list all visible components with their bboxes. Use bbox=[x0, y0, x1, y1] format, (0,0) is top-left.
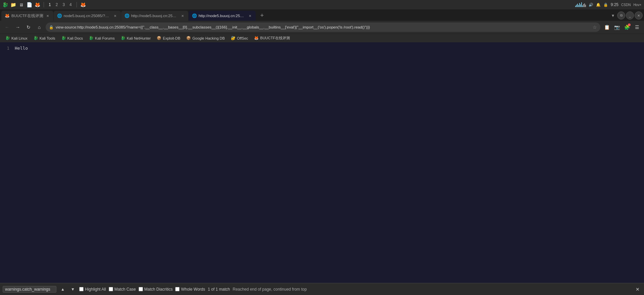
match-diacritics-checkbox[interactable] bbox=[139, 287, 143, 291]
find-status: 1 of 1 match bbox=[208, 287, 230, 292]
bookmark-label-offsec: OffSec bbox=[237, 36, 248, 40]
whole-words-label[interactable]: Whole Words bbox=[175, 287, 205, 292]
lock-icon[interactable]: 🔒 bbox=[603, 3, 608, 7]
tab-buuctf[interactable]: 🦊 BUUCTF在线评测 ✕ bbox=[1, 11, 53, 21]
kali-dragon-icon[interactable]: 🐉 bbox=[2, 2, 8, 8]
time-display: 9:25 bbox=[611, 2, 618, 7]
browser-chrome: 🦊 BUUCTF在线评测 ✕ 🌐 node5.buuoj.cn:25085/?n… bbox=[0, 9, 644, 42]
find-close-button[interactable]: ✕ bbox=[634, 286, 641, 293]
bookmark-star-icon[interactable]: ☆ bbox=[593, 24, 597, 30]
match-diacritics-text: Match Diacritics bbox=[144, 287, 173, 292]
screenshot-icon[interactable]: 📷 bbox=[612, 23, 621, 32]
match-case-label[interactable]: Match Case bbox=[109, 287, 136, 292]
workspace-3[interactable]: 3 bbox=[61, 2, 66, 7]
text-editor-icon[interactable]: 📄 bbox=[26, 2, 32, 8]
bookmark-label-buuctf: BUUCTF在线评测 bbox=[260, 36, 290, 41]
toolbar-icons: 📋 📷 🧩 ☰ bbox=[602, 23, 641, 32]
tab-close-1[interactable]: ✕ bbox=[45, 13, 50, 18]
bookmark-buuctf[interactable]: 🦊 BUUCTF在线评测 bbox=[251, 35, 293, 41]
bookmark-kali-forums[interactable]: 🐉 Kali Forums bbox=[86, 35, 117, 41]
bookmarks-bar: 🐉 Kali Linux 🐉 Kali Tools 🐉 Kali Docs 🐉 … bbox=[0, 34, 644, 42]
home-button[interactable]: ⌂ bbox=[35, 23, 44, 32]
tab-title-4: http://node5.buuoj.cn:25085 bbox=[199, 14, 246, 18]
files-icon[interactable]: 📁 bbox=[10, 2, 16, 8]
tab-title-3: http://node5.buuoj.cn:25085 bbox=[131, 14, 178, 18]
new-tab-button[interactable]: + bbox=[257, 11, 267, 20]
volume-icon[interactable]: 🔊 bbox=[589, 3, 593, 7]
workspace-4[interactable]: 4 bbox=[68, 2, 73, 7]
workspace-2[interactable]: 2 bbox=[54, 2, 59, 7]
os-taskbar: 🐉 📁 🖥 📄 🦊 1 2 3 4 🦊 🔊 🔔 🔒 9:25 bbox=[0, 0, 644, 9]
bookmark-favicon-kali: 🐉 bbox=[5, 36, 10, 40]
highlight-all-text: Highlight All bbox=[85, 287, 106, 292]
workspace-1[interactable]: 1 bbox=[47, 2, 52, 7]
page-content: 1 Hello bbox=[0, 42, 644, 283]
notification-icon[interactable]: 🔔 bbox=[596, 3, 601, 7]
tab-close-4[interactable]: ✕ bbox=[248, 13, 252, 18]
bookmark-offsec[interactable]: 🔐 OffSec bbox=[228, 35, 251, 41]
find-next-button[interactable]: ▼ bbox=[69, 286, 77, 293]
back-button[interactable]: ← bbox=[3, 23, 11, 32]
bookmark-label-exploit-db: Exploit-DB bbox=[163, 36, 180, 40]
tab-favicon-4: 🌐 bbox=[192, 13, 197, 18]
terminal-icon[interactable]: 🖥 bbox=[18, 2, 24, 8]
bookmark-kali-nethunter[interactable]: 🐉 Kali NetHunter bbox=[118, 35, 154, 41]
reload-button[interactable]: ↻ bbox=[24, 23, 33, 32]
close-window-button[interactable]: ✕ bbox=[635, 11, 643, 19]
highlight-all-checkbox[interactable] bbox=[79, 287, 84, 291]
forward-button[interactable]: → bbox=[13, 23, 22, 32]
extensions-badge bbox=[628, 23, 631, 26]
bookmark-favicon-tools: 🐉 bbox=[34, 36, 38, 40]
network-chart bbox=[575, 2, 586, 7]
match-diacritics-label[interactable]: Match Diacritics bbox=[139, 287, 173, 292]
menu-button[interactable]: ☰ bbox=[633, 23, 641, 32]
bookmark-google-hacking-db[interactable]: 📦 Google Hacking DB bbox=[184, 35, 228, 41]
line-content-1: Hello bbox=[15, 45, 28, 52]
window-controls: ⧉ _ ✕ bbox=[617, 11, 643, 19]
find-prev-button[interactable]: ▲ bbox=[59, 286, 66, 293]
bookmark-label-google-hacking-db: Google Hacking DB bbox=[192, 36, 225, 40]
tab-close-3[interactable]: ✕ bbox=[180, 13, 185, 18]
restore-down-button[interactable]: ⧉ bbox=[617, 11, 625, 19]
extensions-icon[interactable]: 🧩 bbox=[623, 23, 631, 32]
bookmark-favicon-offsec: 🔐 bbox=[231, 36, 236, 40]
match-case-checkbox[interactable] bbox=[109, 287, 113, 291]
whole-words-text: Whole Words bbox=[181, 287, 205, 292]
address-lock-icon: 🔒 bbox=[49, 25, 54, 30]
how-label: Hov× bbox=[633, 3, 641, 7]
firefox-taskbar-icon[interactable]: 🦊 bbox=[34, 2, 40, 8]
find-bar: ▲ ▼ Highlight All Match Case Match Diacr… bbox=[0, 283, 644, 295]
bookmark-favicon-docs: 🐉 bbox=[61, 36, 66, 40]
bookmark-label-kali-linux: Kali Linux bbox=[11, 36, 28, 40]
address-bar-row: ← → ↻ ⌂ 🔒 view-source:http://node5.buuoj… bbox=[0, 21, 644, 34]
highlight-all-label[interactable]: Highlight All bbox=[79, 287, 106, 292]
taskbar-left: 🐉 📁 🖥 📄 🦊 1 2 3 4 🦊 bbox=[2, 2, 86, 8]
bookmark-label-kali-forums: Kali Forums bbox=[95, 36, 115, 40]
bookmark-kali-docs[interactable]: 🐉 Kali Docs bbox=[59, 35, 86, 41]
find-input[interactable] bbox=[3, 286, 56, 293]
tab-node5-2[interactable]: 🌐 http://node5.buuoj.cn:25085 ✕ bbox=[121, 11, 188, 21]
bookmark-favicon-forums: 🐉 bbox=[89, 36, 94, 40]
firefox-taskbar-btn[interactable]: 🦊 bbox=[80, 2, 86, 8]
tab-node5-active[interactable]: 🌐 http://node5.buuoj.cn:25085 ✕ bbox=[189, 11, 256, 21]
tab-close-2[interactable]: ✕ bbox=[113, 13, 117, 18]
whole-words-checkbox[interactable] bbox=[175, 287, 180, 291]
tab-favicon-3: 🌐 bbox=[125, 13, 129, 18]
bookmark-favicon-buuctf: 🦊 bbox=[254, 36, 259, 40]
address-bar[interactable]: 🔒 view-source:http://node5.buuoj.cn:2508… bbox=[46, 22, 600, 32]
bookmark-kali-linux[interactable]: 🐉 Kali Linux bbox=[3, 35, 30, 41]
bookmark-kali-tools[interactable]: 🐉 Kali Tools bbox=[31, 35, 58, 41]
minimize-button[interactable]: _ bbox=[626, 11, 634, 19]
tab-node5-1[interactable]: 🌐 node5.buuoj.cn:25085/?nam... ✕ bbox=[54, 11, 121, 21]
tab-favicon-2: 🌐 bbox=[57, 13, 62, 18]
address-url-text: view-source:http://node5.buuoj.cn:25085/… bbox=[56, 25, 591, 29]
bookmark-exploit-db[interactable]: 📦 Exploit-DB bbox=[154, 35, 183, 41]
pocket-icon[interactable]: 📋 bbox=[602, 23, 611, 32]
tab-bar: 🦊 BUUCTF在线评测 ✕ 🌐 node5.buuoj.cn:25085/?n… bbox=[0, 9, 644, 21]
tab-list-dropdown[interactable]: ▾ bbox=[610, 11, 615, 19]
bookmark-label-kali-tools: Kali Tools bbox=[40, 36, 55, 40]
source-line-1: 1 Hello bbox=[3, 45, 641, 52]
tab-title-1: BUUCTF在线评测 bbox=[11, 13, 43, 18]
find-reached-msg: Reached end of page, continued from top bbox=[233, 287, 307, 292]
tab-title-2: node5.buuoj.cn:25085/?nam... bbox=[64, 14, 111, 18]
